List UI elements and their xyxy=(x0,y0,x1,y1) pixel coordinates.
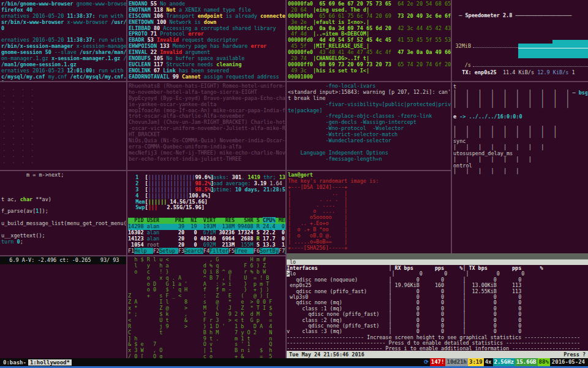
tmux-window-1-active[interactable]: 1:hollywood* xyxy=(28,359,72,366)
pane-update-alternatives-log[interactable]: r/bin/gnome-www-browser gnome-www-browse… xyxy=(1,1,126,81)
bmon-clock: Tue May 24 21:56:46 2016 xyxy=(289,351,364,358)
pane-nato-phonetic[interactable]: Rhuenhats8 (Rhuen-hats-EIGHT) Romeo-hote… xyxy=(129,83,285,169)
cpu-count-label: 4x xyxy=(484,358,493,366)
pane-errno-list[interactable]: ENOANO 55 No anodeENOTNAM 118 Not a XENI… xyxy=(129,1,285,81)
mplayer-status-line: 6.9 A-V: -2.496 ct: -0.265 93/ 93 1 xyxy=(0,256,126,264)
terminal-line: │ │ │ │ │ │ │ │ │ │ xyxy=(453,102,587,109)
updates-count-badge: 147! xyxy=(430,358,446,366)
pane-border[interactable] xyxy=(0,170,451,171)
pane-bmon[interactable]: lo Interfaces │ RX bps pps %│ TX bps pps… xyxy=(287,253,588,358)
terminal-line: Uptime: 10 days, 21:28:53 xyxy=(210,187,285,193)
byobu-status-bar: 0:bash- 1:hollywood* ⟳ 147! 10d21h 3:19 … xyxy=(0,358,588,366)
terminal-line: turn 0; xyxy=(1,239,126,245)
terminal-line xyxy=(1,178,126,185)
date-label: 2016-05-24 xyxy=(550,358,587,366)
updates-available-icon: ⟳ xyxy=(423,358,430,366)
pane-gcc-manual[interactable]: -fno-local-ivars<standard input>:15843: … xyxy=(288,83,451,169)
speedometer-tx-graph: 32MiB /s 32KiB /s xyxy=(453,31,588,58)
axis-label: /s xyxy=(453,63,473,69)
speedometer-title: ─ Speedometer 2.8 ────────────────── xyxy=(453,13,588,19)
terminal-line: u_build_message_list(menu_get_root_menu(… xyxy=(1,221,126,227)
terminal-line: 0 xyxy=(1,26,126,32)
pane-speedometer[interactable]: ─ Speedometer 2.8 ────────────────── 32M… xyxy=(453,1,588,81)
pane-mplayer[interactable]: 6.9 A-V: -2.496 ct: -0.265 93/ 93 1 xyxy=(0,256,126,358)
terminal-line: 00001000 xyxy=(288,74,451,80)
tmux-window-0[interactable]: 0:bash- xyxy=(1,359,28,366)
cpu-frequency-badge: 2.5GHz xyxy=(493,358,516,366)
pane-matrix-rain[interactable]: h $ R l u < , G H m # l y h a d % q F 6 … xyxy=(128,257,285,358)
bmon-interface-table: Interfaces │ RX bps pps %│ TX bps pps %>… xyxy=(287,266,588,352)
terminal-line: EADDRNOTAVAIL 99 Cannot assign requested… xyxy=(129,74,285,80)
pane-border[interactable] xyxy=(285,0,287,358)
terminal-line: Swp[||| 2.55G/15.9G] xyxy=(129,205,214,211)
pane-border[interactable] xyxy=(0,255,287,256)
terminal-line: F1Help F2Setup F3SearchF4FilterF5Tree F6… xyxy=(128,248,285,255)
bmon-title-bar xyxy=(287,253,588,259)
memory-total-badge: 15.6GB xyxy=(515,358,538,366)
memory-percent-badge: 88% xyxy=(538,358,550,366)
pane-border[interactable] xyxy=(0,81,588,82)
axis-label: 32MiB xyxy=(453,44,473,50)
terminal-line: c/mysql/my.cnf my.cnf /etc/mysql/my.cnf.… xyxy=(1,74,126,80)
pane-c-source[interactable]: m = m->next;t ac, char **av)f_parse(av[1… xyxy=(1,172,126,255)
tx-traffic-peak xyxy=(552,40,588,44)
pane-htop[interactable]: 1 [|||||||||||||||99.6%] 2 [||||||||||||… xyxy=(128,171,285,255)
terminal-line xyxy=(1,185,126,191)
terminal-line: ─ Speedometer 2.8 ────────────────── xyxy=(453,13,588,19)
terminal-line: -fmessage-length=n xyxy=(288,156,451,163)
htop-summary: Tasks: 301, 1419 thr; 13 rLoad average: … xyxy=(210,175,285,193)
pane-dots-output[interactable]: . . . .. . . .. . . .. . . .. . . .. . .… xyxy=(2,86,125,169)
gridline xyxy=(473,66,588,67)
pane-border[interactable] xyxy=(451,0,452,253)
pane-border[interactable] xyxy=(126,0,127,358)
load-average-badge: 3:19 xyxy=(468,358,484,366)
htop-function-keys[interactable]: F1Help F2Setup F3SearchF4FilterF5Tree F6… xyxy=(128,248,285,255)
terminal-line: f_parse(av[1]); xyxy=(1,209,126,215)
terminal-line: -Wundeclared-selector xyxy=(288,138,451,144)
htop-process-table: PID USER PRI NI VIRT RES SHR S CPU% MEM1… xyxy=(128,218,285,248)
terminal-line: . . . . xyxy=(2,159,125,165)
terminal-line: │ │ │ │ │ │ xyxy=(453,169,587,175)
bmon-status-bar: Tue May 24 21:56:46 2016 Press ? xyxy=(287,351,588,358)
pane-hexdump[interactable]: 00000fa0 65 69 6e 67 20 75 73 65 64 2e 2… xyxy=(288,1,451,81)
terminal-line: +----[SHA256]-----+ xyxy=(288,245,451,251)
terminal-line: / 0 [ O q c o + & = 5 xyxy=(128,354,285,358)
terminal-line: sr/bin/x-www-browser x-www-browser /usr/… xyxy=(1,20,126,26)
terminal-screen: r/bin/gnome-www-browser gnome-www-browse… xyxy=(0,0,588,368)
terminal-line: 1054 root 20 0 692M 213M 155M S 13.3 1. xyxy=(128,242,285,248)
terminal-line: ber-echo-foxtrot-india-juliett-THREE xyxy=(129,156,285,163)
tx-average-line xyxy=(518,48,588,48)
uptime-badge: 10d21h xyxy=(445,358,468,366)
bmon-help-hint: Press ? xyxy=(564,351,586,358)
bmon-selected-interface: lo xyxy=(287,259,588,265)
terminal-line: m = m->next; xyxy=(1,172,126,178)
terminal-line: │ │ │ │ │ │ │ │ │ xyxy=(453,132,587,139)
htop-cpu-meters: 1 [|||||||||||||||99.6%] 2 [||||||||||||… xyxy=(129,175,214,211)
terminal-line: e -> ../../../16:0:0:0 xyxy=(453,114,587,120)
terminal-line: │ │ │ │ │ │ │ xyxy=(453,157,587,163)
terminal-line: t ac, char **av) xyxy=(1,197,126,203)
pane-sys-tree[interactable]: t│ │ │ │ │ │ │ │ │ │ ─ bsg│ │ │ │ │ │ │ … xyxy=(453,84,587,253)
pane-ssh-randomart[interactable]: lan@gortThe key's randomart image is:+--… xyxy=(288,172,451,255)
tx-traffic-area xyxy=(518,44,588,58)
